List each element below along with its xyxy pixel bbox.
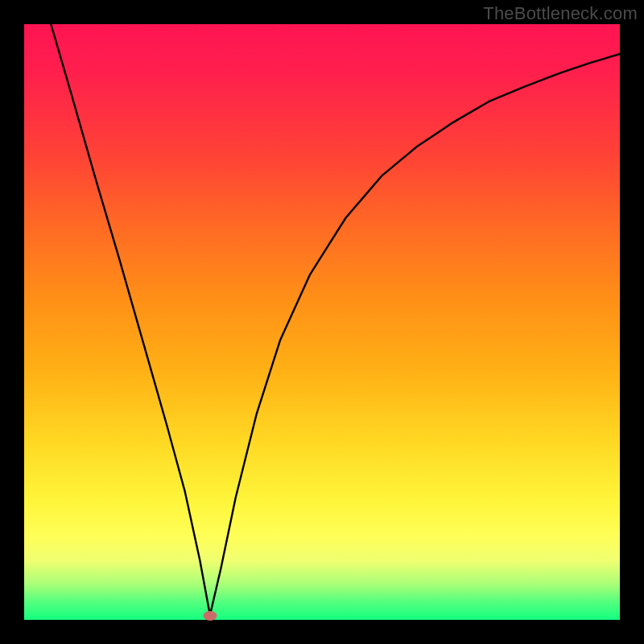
bottleneck-curve — [51, 24, 620, 615]
minimum-marker — [203, 611, 217, 621]
chart-frame: TheBottleneck.com — [0, 0, 644, 644]
watermark-text: TheBottleneck.com — [483, 3, 638, 24]
curve-svg — [0, 0, 644, 644]
